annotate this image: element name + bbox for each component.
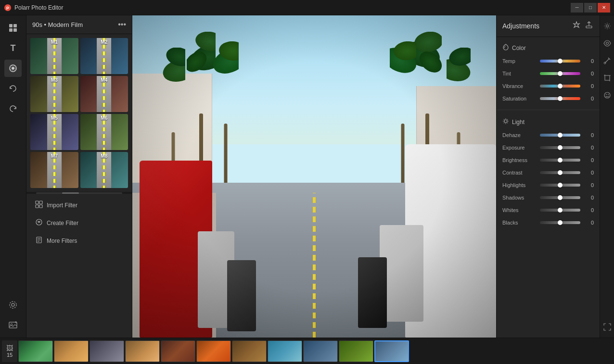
filter-m5-label: M5 (30, 115, 78, 121)
filter-item-m5[interactable]: M5 (30, 114, 78, 150)
film-thumb-10[interactable] (339, 340, 373, 362)
saturation-slider[interactable] (540, 94, 580, 103)
exposure-value: 0 (583, 145, 594, 151)
import-filter-button[interactable]: Import Filter (30, 197, 128, 213)
svg-point-47 (606, 94, 607, 95)
light-section-label: Light (512, 119, 524, 126)
filter-item-m1[interactable]: M1 (30, 38, 78, 74)
sidebar-icon-text[interactable]: T (4, 39, 22, 57)
svg-rect-2 (9, 24, 13, 27)
sidebar-icon-settings[interactable] (4, 296, 22, 314)
eye-icon-button[interactable] (601, 37, 614, 50)
color-section-header[interactable]: Color (502, 41, 594, 55)
film-thumb-5[interactable] (161, 340, 195, 362)
sidebar-icon-overlay[interactable] (4, 60, 22, 77)
blacks-slider-thumb (558, 220, 563, 225)
brush-icon-button[interactable] (601, 54, 614, 67)
title-bar: P Polarr Photo Editor ─ □ ✕ (0, 0, 614, 15)
film-counter: 🖼 15 (2, 340, 17, 362)
svg-rect-25 (586, 26, 592, 28)
svg-rect-41 (605, 75, 610, 80)
adjustments-header: Adjustments (497, 15, 600, 37)
temp-slider[interactable] (540, 57, 580, 65)
vibrance-slider[interactable] (540, 82, 580, 90)
film-thumb-3[interactable] (90, 340, 124, 362)
saturation-slider-thumb (558, 96, 563, 101)
highlights-slider[interactable] (540, 181, 580, 189)
filter-m1-label: M1 (30, 39, 78, 45)
adjustments-header-icons (572, 20, 594, 32)
more-filters-label: More Filters (47, 238, 77, 244)
contrast-slider-thumb (558, 170, 563, 175)
svg-point-46 (604, 92, 610, 98)
sidebar-icon-undo[interactable] (4, 100, 22, 117)
close-button[interactable]: ✕ (598, 3, 610, 13)
more-filters-button[interactable]: More Filters (30, 232, 128, 249)
adj-row-dehaze: Dehaze 0 (502, 129, 594, 141)
shadows-slider[interactable] (540, 193, 580, 202)
sidebar-icon-rotate[interactable] (4, 80, 22, 97)
film-thumb-9[interactable] (303, 340, 338, 362)
film-thumb-2[interactable] (54, 340, 89, 362)
svg-rect-5 (13, 28, 17, 32)
color-section: Color Temp 0 Tint (497, 37, 600, 109)
dehaze-slider[interactable] (540, 131, 580, 139)
filter-item-m8[interactable]: M8 (80, 152, 128, 188)
create-filter-button[interactable]: Create Filter (30, 214, 128, 231)
film-thumb-8[interactable] (268, 340, 302, 362)
light-section: Light Dehaze 0 Exposure (497, 111, 600, 233)
film-thumb-4[interactable] (125, 340, 160, 362)
exposure-slider-thumb (558, 145, 563, 150)
adj-row-whites: Whites 0 (502, 204, 594, 216)
saturation-value: 0 (583, 96, 594, 101)
svg-line-34 (507, 119, 508, 120)
contrast-slider[interactable] (540, 168, 580, 177)
blacks-label: Blacks (502, 220, 537, 226)
tint-slider-thumb (558, 71, 563, 76)
dehaze-value: 0 (583, 132, 594, 138)
expand-icon-button[interactable] (601, 320, 614, 334)
filter-item-m2[interactable]: M2 (80, 38, 128, 74)
exposure-slider[interactable] (540, 143, 580, 152)
sidebar-icon-add-photo[interactable] (4, 316, 22, 334)
light-section-header[interactable]: Light (502, 115, 594, 129)
filter-item-m6[interactable]: M6 (80, 114, 128, 150)
svg-point-10 (10, 301, 16, 308)
light-section-icon (502, 118, 509, 126)
film-thumb-1[interactable] (18, 340, 53, 362)
svg-rect-3 (13, 24, 17, 27)
canvas-area (132, 15, 496, 338)
filter-item-m4[interactable]: M4 (80, 76, 128, 112)
blacks-slider[interactable] (540, 218, 580, 227)
film-thumb-11[interactable] (374, 340, 409, 362)
export-button[interactable] (584, 20, 594, 32)
saturation-label: Saturation (502, 96, 537, 101)
auto-adjust-button[interactable] (572, 20, 581, 32)
filter-m8-label: M8 (80, 153, 128, 159)
adj-row-highlights: Highlights 0 (502, 179, 594, 191)
sidebar-icon-filters[interactable] (4, 19, 22, 37)
filter-scroll-thumb (62, 192, 79, 194)
filter-menu-button[interactable]: ••• (118, 20, 126, 29)
filter-item-m7[interactable]: M7 (30, 152, 78, 188)
film-thumb-7[interactable] (232, 340, 267, 362)
photo-scene (132, 15, 496, 338)
filter-header: 90s • Modern Film ••• (26, 15, 132, 34)
highlights-slider-thumb (558, 183, 563, 188)
settings-icon-button[interactable] (601, 19, 614, 33)
face-icon-button[interactable] (601, 88, 614, 102)
brightness-slider[interactable] (540, 156, 580, 164)
dehaze-label: Dehaze (502, 132, 537, 138)
film-thumb-6[interactable] (196, 340, 231, 362)
minimize-button[interactable]: ─ (571, 3, 583, 13)
create-filter-icon (35, 218, 43, 227)
crop-icon-button[interactable] (601, 71, 614, 85)
filter-scroll-track[interactable] (36, 192, 122, 194)
tint-slider[interactable] (540, 69, 580, 78)
svg-rect-4 (9, 28, 13, 32)
whites-slider[interactable] (540, 206, 580, 214)
car-dark-r (358, 257, 387, 328)
whites-value: 0 (583, 207, 594, 213)
filter-item-m3[interactable]: M3 (30, 76, 78, 112)
maximize-button[interactable]: □ (584, 3, 597, 13)
